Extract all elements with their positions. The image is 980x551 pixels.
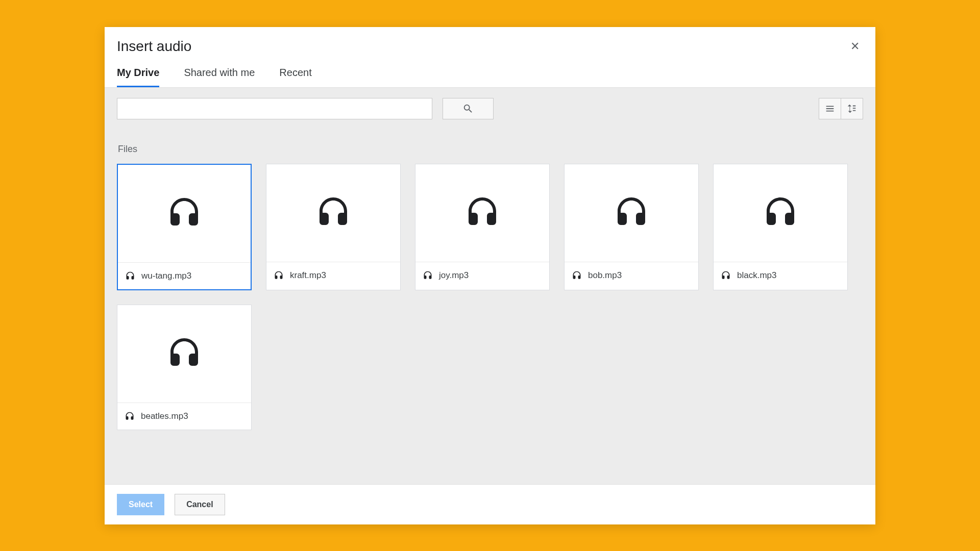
view-buttons xyxy=(819,98,863,119)
search-icon xyxy=(462,103,474,114)
file-card[interactable]: black.mp3 xyxy=(713,164,848,290)
file-card-footer: beatles.mp3 xyxy=(117,403,251,430)
file-thumbnail xyxy=(266,164,400,262)
select-button[interactable]: Select xyxy=(117,494,164,515)
file-card-footer: bob.mp3 xyxy=(565,262,698,289)
file-name: beatles.mp3 xyxy=(141,411,188,421)
headphones-icon xyxy=(166,335,203,372)
headphones-icon xyxy=(166,195,203,232)
close-icon: ✕ xyxy=(850,40,860,53)
file-card-footer: kraft.mp3 xyxy=(266,262,400,289)
cancel-button[interactable]: Cancel xyxy=(175,494,225,515)
file-name: bob.mp3 xyxy=(588,270,622,281)
file-thumbnail xyxy=(117,305,251,403)
file-card[interactable]: wu-tang.mp3 xyxy=(117,164,252,290)
headphones-icon xyxy=(423,270,433,281)
list-view-button[interactable] xyxy=(819,98,841,119)
file-name: black.mp3 xyxy=(737,270,776,281)
file-browser[interactable]: Files wu-tang.mp3kraft.mp3joy.mp3bob.mp3… xyxy=(105,130,875,484)
headphones-icon xyxy=(464,194,501,231)
file-card[interactable]: beatles.mp3 xyxy=(117,305,252,430)
file-thumbnail xyxy=(118,165,251,263)
file-name: kraft.mp3 xyxy=(290,270,326,281)
file-card[interactable]: joy.mp3 xyxy=(415,164,550,290)
file-card-footer: joy.mp3 xyxy=(415,262,549,289)
search-input[interactable] xyxy=(117,98,432,119)
file-thumbnail xyxy=(415,164,549,262)
headphones-icon xyxy=(572,270,582,281)
headphones-icon xyxy=(613,194,650,231)
dialog-title: Insert audio xyxy=(117,38,847,55)
tab-shared-with-me[interactable]: Shared with me xyxy=(184,67,255,87)
file-name: joy.mp3 xyxy=(439,270,469,281)
file-card[interactable]: bob.mp3 xyxy=(564,164,699,290)
headphones-icon xyxy=(125,271,135,281)
file-card[interactable]: kraft.mp3 xyxy=(266,164,401,290)
tab-recent[interactable]: Recent xyxy=(279,67,311,87)
file-thumbnail xyxy=(714,164,847,262)
file-name: wu-tang.mp3 xyxy=(141,271,191,281)
file-grid: wu-tang.mp3kraft.mp3joy.mp3bob.mp3black.… xyxy=(117,164,863,430)
search-button[interactable] xyxy=(443,98,494,119)
dialog-header: Insert audio ✕ xyxy=(105,27,875,55)
toolbar xyxy=(105,88,875,130)
headphones-icon xyxy=(125,411,135,421)
tabs: My DriveShared with meRecent xyxy=(105,55,875,88)
insert-audio-dialog: Insert audio ✕ My DriveShared with meRec… xyxy=(105,27,875,524)
headphones-icon xyxy=(315,194,352,231)
sort-az-icon xyxy=(846,103,857,114)
file-thumbnail xyxy=(565,164,698,262)
tab-my-drive[interactable]: My Drive xyxy=(117,67,159,87)
files-section-label: Files xyxy=(118,144,863,155)
headphones-icon xyxy=(721,270,731,281)
dialog-footer: Select Cancel xyxy=(105,484,875,524)
headphones-icon xyxy=(274,270,284,281)
file-card-footer: black.mp3 xyxy=(714,262,847,289)
close-button[interactable]: ✕ xyxy=(847,38,863,55)
list-icon xyxy=(824,103,836,114)
headphones-icon xyxy=(762,194,799,231)
file-card-footer: wu-tang.mp3 xyxy=(118,263,251,289)
sort-button[interactable] xyxy=(841,98,863,119)
